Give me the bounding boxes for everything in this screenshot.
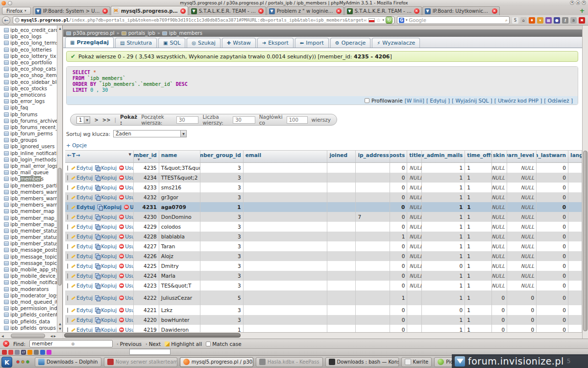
- sidebar-table-ipb_pfields_data[interactable]: ipb_pfields_data: [0, 318, 57, 324]
- column-header-member_id[interactable]: member_id▼: [134, 151, 159, 162]
- delete-row-link[interactable]: Usuń: [119, 234, 134, 239]
- sidebar-table-ipb_eco_lottery_tix[interactable]: ipb_eco_lottery_tix: [0, 53, 57, 59]
- sidebar-table-ipb_message_posts[interactable]: ipb_message_posts: [0, 247, 57, 253]
- sidebar-table-ipb_member_map_cma[interactable]: ipb_member_map_cma: [0, 221, 57, 228]
- sidebar-table-ipb_eco_stocks[interactable]: ipb_eco_stocks: [0, 85, 57, 92]
- column-header-skin[interactable]: skin: [492, 151, 507, 162]
- find-close-button[interactable]: ✕: [3, 341, 9, 347]
- edit-row-link[interactable]: Edytuj: [71, 283, 93, 289]
- statusbar-colors-icon[interactable]: [47, 350, 51, 355]
- copy-row-link[interactable]: Kopiuj: [98, 204, 122, 210]
- sidebar-table-ipb_error_logs[interactable]: ipb_error_logs: [0, 98, 57, 105]
- downloads-icon[interactable]: ▾: [537, 17, 543, 24]
- sidebar-table-ipb_forums[interactable]: ipb_forums: [0, 111, 57, 117]
- breadcrumb-server[interactable]: p30a.progreso.pl: [73, 30, 115, 36]
- profiling-checkbox[interactable]: [365, 98, 369, 103]
- edit-row-link[interactable]: Edytuj: [71, 184, 93, 190]
- sidebar-table-ipb_eco_portfolio[interactable]: ipb_eco_portfolio: [0, 59, 57, 66]
- back-button[interactable]: ←: [2, 16, 10, 25]
- taskbar-item-filezilla[interactable]: Nowy serwer stalkerteam.pl: [104, 357, 177, 367]
- sidebar-horizontal-scrollbar[interactable]: ◀ ◀ ▶: [0, 332, 63, 339]
- sidebar-table-ipb_members_partial[interactable]: ipb_members_partial: [0, 183, 57, 189]
- sidebar-table-ipb_forums_recent_pos[interactable]: ipb_forums_recent_pos: [0, 124, 57, 131]
- home-icon[interactable]: ⌂: [520, 17, 527, 24]
- sidebar-table-ipb_eco_credit_cards[interactable]: ipb_eco_credit_cards: [0, 27, 57, 33]
- copy-row-link[interactable]: Kopiuj: [95, 224, 117, 230]
- url-bar[interactable]: mysql5.progreso.pl/index.php?db=portals_…: [13, 16, 394, 24]
- column-header-ip_address[interactable]: ip_address: [356, 151, 390, 162]
- delete-row-link[interactable]: Usuń: [119, 243, 134, 249]
- sidebar-table-ipb_permission_index[interactable]: ipb_permission_index: [0, 305, 57, 312]
- edit-row-link[interactable]: Edytuj: [71, 204, 95, 210]
- copy-row-link[interactable]: Kopiuj: [95, 253, 117, 259]
- sidebar-table-ipb_member_map_cma[interactable]: ipb_member_map_cma: [0, 214, 57, 221]
- tab-search[interactable]: ◎Szukaj: [187, 38, 220, 48]
- copy-row-link[interactable]: Kopiuj: [95, 283, 117, 289]
- edit-row-link[interactable]: Edytuj: [71, 307, 93, 313]
- sidebar-table-ipb_mobile_device_map[interactable]: ipb_mobile_device_map: [0, 273, 57, 279]
- edit-row-link[interactable]: Edytuj: [71, 253, 93, 259]
- delete-row-link[interactable]: Usuń: [119, 307, 134, 313]
- sidebar-table-ipb_eco_long_terms[interactable]: ipb_eco_long_terms: [0, 40, 57, 46]
- column-header-warn_level[interactable]: warn_level: [507, 151, 537, 162]
- sidebar-table-ipb_message_topics[interactable]: ipb_message_topics: [0, 254, 57, 260]
- column-header-allow_admin_mails[interactable]: allow_admin_mails: [422, 151, 465, 162]
- delete-row-link[interactable]: Usuń: [119, 224, 134, 230]
- column-header-title[interactable]: title: [407, 151, 422, 162]
- sidebar-table-ipb_ignored_users[interactable]: ipb_ignored_users: [0, 143, 57, 150]
- sidebar-table-ipb_members[interactable]: ipb_members: [0, 176, 57, 182]
- column-header-member_group_id[interactable]: member_group_id: [200, 151, 244, 162]
- start-row-input[interactable]: 30: [176, 116, 199, 124]
- edit-row-link[interactable]: Edytuj: [71, 214, 93, 220]
- url-dropdown-icon[interactable]: ▾: [382, 18, 384, 22]
- edit-row-link[interactable]: Edytuj: [71, 224, 93, 230]
- delete-row-link[interactable]: Usuń: [119, 295, 134, 301]
- sidebar-table-ipb_moderators[interactable]: ipb_moderators: [0, 286, 57, 292]
- tab-close-button[interactable]: ✕: [180, 8, 186, 14]
- sidebar-table-ipb_eco_shop_cats[interactable]: ipb_eco_shop_cats: [0, 66, 57, 72]
- copy-row-link[interactable]: Kopiuj: [95, 214, 117, 220]
- column-header-warn_lastwarn[interactable]: warn_lastwarn: [537, 151, 568, 162]
- column-header-email[interactable]: email: [244, 151, 328, 162]
- tab-close-button[interactable]: ✕: [102, 8, 108, 14]
- find-clear-icon[interactable]: ⊗: [71, 342, 110, 346]
- row-checkbox[interactable]: [67, 295, 68, 301]
- scroll-left-icon[interactable]: ◀: [1, 334, 4, 338]
- maximize-button[interactable]: ▴: [576, 0, 580, 5]
- find-previous-button[interactable]: ‹ Previous: [117, 341, 142, 347]
- row-checkbox[interactable]: [67, 185, 68, 190]
- edit-row-link[interactable]: Edytuj: [71, 295, 93, 301]
- sidebar-table-ipb_groups[interactable]: ipb_groups: [0, 137, 57, 143]
- copy-row-link[interactable]: Kopiuj: [95, 165, 117, 171]
- page-select[interactable]: 1▼: [76, 116, 90, 124]
- sidebar-table-ipb_mobile_notifications[interactable]: ipb_mobile_notifications: [0, 279, 57, 286]
- delete-row-link[interactable]: Usuń: [119, 317, 134, 323]
- google-engine-icon[interactable]: G: [399, 18, 404, 23]
- copy-row-link[interactable]: Kopiuj: [95, 184, 117, 190]
- sidebar-table-ipb_eco_shop_items[interactable]: ipb_eco_shop_items: [0, 72, 57, 79]
- page-vscroll-thumb[interactable]: [583, 151, 588, 331]
- edit-row-link[interactable]: Edytuj: [71, 165, 93, 171]
- column-options-icon[interactable]: ▼: [128, 153, 131, 157]
- column-header-langua[interactable]: langua: [568, 151, 582, 162]
- tab-import[interactable]: ⬅Import: [295, 38, 329, 48]
- tab-close-button[interactable]: ✕: [258, 8, 264, 14]
- sql-action-link-1[interactable]: [ Edytuj ]: [426, 98, 450, 104]
- sidebar-vertical-scrollbar[interactable]: ▲ ▲ ▼: [57, 26, 62, 332]
- taskbar-item-dolphin[interactable]: Downloads – Dolphin: [35, 357, 101, 367]
- search-bar[interactable]: G ▾ Google ⌕: [397, 16, 510, 24]
- edit-row-link[interactable]: Edytuj: [71, 273, 93, 279]
- flame-icon[interactable]: ♦: [529, 17, 535, 24]
- browser-tab-5[interactable]: ▼IP.Board: Użytkownicy > Użytkown…✕: [422, 6, 500, 15]
- sidebar-table-ipb_mail_error_logs[interactable]: ipb_mail_error_logs: [0, 163, 57, 169]
- column-header-joined[interactable]: joined: [327, 151, 356, 162]
- scroll-up2-icon[interactable]: ▲: [58, 322, 62, 325]
- scroll-right-icon[interactable]: ◀ ▶: [50, 334, 56, 338]
- edit-row-link[interactable]: Edytuj: [71, 175, 93, 181]
- scrapbook-icon[interactable]: S: [512, 17, 518, 24]
- sort-key-select[interactable]: Żaden▼: [113, 130, 187, 137]
- taskbar-item-konsole[interactable]: Downloads : bash — Konsole: [325, 357, 399, 367]
- sidebar-table-ipb_eco_sidebar_blocks[interactable]: ipb_eco_sidebar_blocks: [0, 79, 57, 85]
- edit-row-link[interactable]: Edytuj: [71, 317, 93, 323]
- sidebar-table-ipb_emoticons[interactable]: ipb_emoticons: [0, 92, 57, 98]
